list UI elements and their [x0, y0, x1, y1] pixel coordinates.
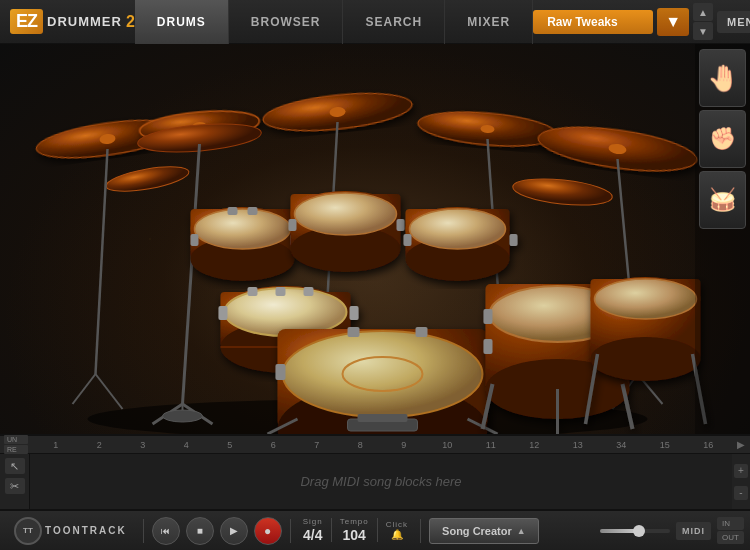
time-signature[interactable]: Sign 4/4 — [303, 517, 323, 543]
bar-13: 13 — [556, 440, 600, 450]
timeline-header: UN RE 1 2 3 4 5 6 7 8 9 10 11 12 13 34 1… — [0, 436, 750, 454]
bar-34: 34 — [600, 440, 644, 450]
bar-2: 2 — [78, 440, 122, 450]
timeline-content[interactable]: Drag MIDI song blocks here — [30, 454, 732, 509]
tempo-label: Tempo — [340, 517, 369, 527]
tab-drums[interactable]: DRUMS — [135, 0, 229, 44]
song-creator-button[interactable]: Song Creator ▲ — [429, 518, 539, 544]
midi-button[interactable]: MIDI — [676, 522, 711, 540]
svg-rect-85 — [484, 339, 493, 354]
timeline-zoom-controls: + - — [732, 454, 750, 509]
hihat-hand-button[interactable]: 🤚 — [699, 49, 746, 107]
toontrack-logo: TT TOONTRACK — [6, 517, 135, 545]
drummer-text: DRUMMER — [47, 14, 122, 29]
bar-15: 15 — [643, 440, 687, 450]
drum-kit-svg — [0, 44, 750, 434]
in-button[interactable]: IN — [717, 517, 744, 530]
sign-label: Sign — [303, 517, 323, 527]
tab-browser[interactable]: BROWSER — [229, 0, 344, 44]
click-icon: 🔔 — [391, 529, 403, 541]
svg-rect-66 — [276, 287, 286, 296]
click-control[interactable]: Click 🔔 — [386, 520, 408, 542]
svg-rect-83 — [484, 309, 493, 324]
drum-area: 🤚 ✊ 🥁 — [0, 44, 750, 434]
tambourine-button[interactable]: 🥁 — [699, 171, 746, 229]
separator-2 — [290, 519, 291, 543]
timeline-area: UN RE 1 2 3 4 5 6 7 8 9 10 11 12 13 34 1… — [0, 434, 750, 509]
bar-11: 11 — [469, 440, 513, 450]
svg-point-21 — [512, 175, 614, 209]
toontrack-circle-icon: TT — [14, 517, 42, 545]
bar-10: 10 — [426, 440, 470, 450]
timeline-scroll-right[interactable]: ▶ — [732, 439, 750, 450]
out-button[interactable]: OUT — [717, 531, 744, 544]
preset-area: Raw Tweaks ▼ ▲ ▼ MENU — [533, 3, 750, 40]
svg-point-93 — [595, 279, 697, 319]
bar-3: 3 — [121, 440, 165, 450]
sign-value: 4/4 — [303, 527, 322, 544]
svg-rect-67 — [304, 287, 314, 296]
slider-thumb[interactable] — [633, 525, 645, 537]
svg-point-71 — [283, 331, 483, 417]
select-tool-button[interactable]: ↖ — [5, 458, 25, 474]
top-nav: EZ DRUMMER 2 DRUMS BROWSER SEARCH MIXER … — [0, 0, 750, 44]
timeline-body: ↖ ✂ Drag MIDI song blocks here + - — [0, 454, 750, 509]
timeline-tools: ↖ ✂ — [0, 454, 30, 509]
stop-button[interactable]: ■ — [186, 517, 214, 545]
svg-rect-73 — [276, 364, 286, 380]
zoom-in-button[interactable]: + — [734, 464, 748, 478]
play-button[interactable]: ▶ — [220, 517, 248, 545]
click-label: Click — [386, 520, 408, 530]
svg-rect-57 — [510, 234, 518, 246]
zoom-out-button[interactable]: - — [734, 486, 748, 500]
sign-tempo-area: Sign 4/4 Tempo 104 Click 🔔 — [299, 517, 412, 543]
logo-area: EZ DRUMMER 2 — [0, 9, 135, 34]
right-sidebar: 🤚 ✊ 🥁 — [695, 44, 750, 434]
drag-hint-text: Drag MIDI song blocks here — [300, 474, 461, 489]
volume-slider[interactable] — [600, 529, 670, 533]
tempo-control[interactable]: Tempo 104 — [340, 517, 369, 543]
transport-bar: TT TOONTRACK ⏮ ■ ▶ ● Sign 4/4 Tempo 104 … — [0, 509, 750, 550]
separator-5 — [420, 519, 421, 543]
bar-8: 8 — [339, 440, 383, 450]
nav-arrows: ▲ ▼ — [693, 3, 713, 40]
separator-4 — [377, 518, 378, 542]
tab-mixer[interactable]: MIXER — [445, 0, 533, 44]
rewind-button[interactable]: ⏮ — [152, 517, 180, 545]
nav-tabs: DRUMS BROWSER SEARCH MIXER — [135, 0, 533, 44]
scissors-tool-button[interactable]: ✂ — [5, 478, 25, 494]
drummer-num: 2 — [126, 13, 135, 31]
svg-rect-76 — [416, 327, 428, 337]
svg-rect-98 — [358, 414, 408, 422]
bar-5: 5 — [208, 440, 252, 450]
tab-search[interactable]: SEARCH — [343, 0, 445, 44]
stick-hand-button[interactable]: ✊ — [699, 110, 746, 168]
timeline-numbers: 1 2 3 4 5 6 7 8 9 10 11 12 13 34 15 16 — [32, 440, 732, 450]
preset-dropdown[interactable]: Raw Tweaks — [533, 10, 653, 34]
preset-up-button[interactable]: ▲ — [693, 3, 713, 21]
svg-point-1 — [0, 44, 98, 62]
svg-point-55 — [410, 209, 506, 249]
bar-1: 1 — [34, 440, 78, 450]
redo-button[interactable]: RE — [4, 445, 28, 454]
bar-7: 7 — [295, 440, 339, 450]
svg-line-26 — [96, 149, 108, 374]
menu-button[interactable]: MENU — [717, 11, 750, 33]
svg-rect-75 — [348, 327, 360, 337]
svg-rect-63 — [219, 306, 228, 320]
separator-3 — [331, 518, 332, 542]
tempo-value: 104 — [343, 527, 366, 544]
song-creator-arrow-icon: ▲ — [517, 526, 526, 536]
svg-rect-56 — [404, 234, 412, 246]
undo-button[interactable]: UN — [4, 435, 28, 444]
record-button[interactable]: ● — [254, 517, 282, 545]
preset-label: Raw Tweaks — [547, 15, 617, 29]
ez-logo: EZ — [10, 9, 43, 34]
bar-16: 16 — [687, 440, 731, 450]
svg-rect-44 — [228, 207, 238, 215]
preset-down-button[interactable]: ▼ — [693, 22, 713, 40]
svg-rect-45 — [248, 207, 258, 215]
preset-dropdown-arrow[interactable]: ▼ — [657, 8, 689, 36]
toontrack-label: TOONTRACK — [45, 525, 127, 536]
separator-1 — [143, 519, 144, 543]
